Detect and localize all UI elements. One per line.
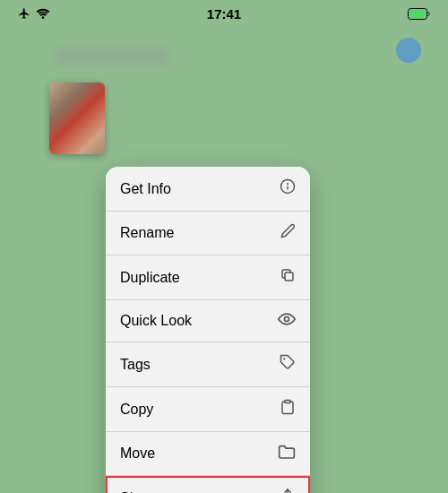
svg-rect-9 [285, 401, 290, 403]
duplicate-label: Duplicate [120, 270, 180, 286]
copy-label: Copy [120, 402, 153, 418]
menu-item-duplicate[interactable]: Duplicate [106, 255, 310, 300]
status-bar-right [408, 8, 430, 20]
share-icon [280, 488, 296, 493]
menu-item-tags[interactable]: Tags [106, 342, 310, 387]
svg-point-0 [42, 16, 45, 19]
quick-look-label: Quick Look [120, 313, 192, 329]
status-bar: 17:41 [0, 0, 448, 23]
menu-item-quick-look[interactable]: Quick Look [106, 300, 310, 342]
blue-indicator [396, 38, 421, 63]
rename-label: Rename [120, 225, 174, 241]
thumbnail-preview [49, 82, 105, 154]
menu-item-get-info[interactable]: Get Info [106, 167, 310, 212]
menu-item-move[interactable]: Move [106, 432, 310, 476]
wifi-icon [36, 8, 50, 19]
duplicate-icon [280, 267, 296, 288]
status-bar-time: 17:41 [207, 6, 241, 22]
context-menu: Get Info Rename Duplicate Quick Look [106, 167, 310, 493]
folder-icon [278, 444, 296, 463]
get-info-label: Get Info [120, 181, 171, 197]
eye-icon [278, 312, 296, 330]
battery-icon [408, 8, 430, 20]
tags-label: Tags [120, 357, 151, 373]
blurred-app-title [54, 47, 170, 66]
info-icon [280, 178, 296, 199]
file-thumbnail [49, 82, 105, 154]
rename-icon [280, 223, 296, 243]
menu-item-share[interactable]: Share [106, 476, 310, 493]
status-bar-left [18, 7, 50, 20]
svg-point-7 [285, 317, 289, 322]
move-label: Move [120, 445, 155, 462]
menu-item-copy[interactable]: Copy [106, 387, 310, 432]
svg-rect-2 [409, 10, 425, 18]
tag-icon [280, 354, 296, 375]
airplane-icon [18, 7, 30, 20]
svg-rect-6 [285, 272, 293, 281]
menu-item-rename[interactable]: Rename [106, 212, 310, 255]
copy-icon [280, 399, 296, 419]
